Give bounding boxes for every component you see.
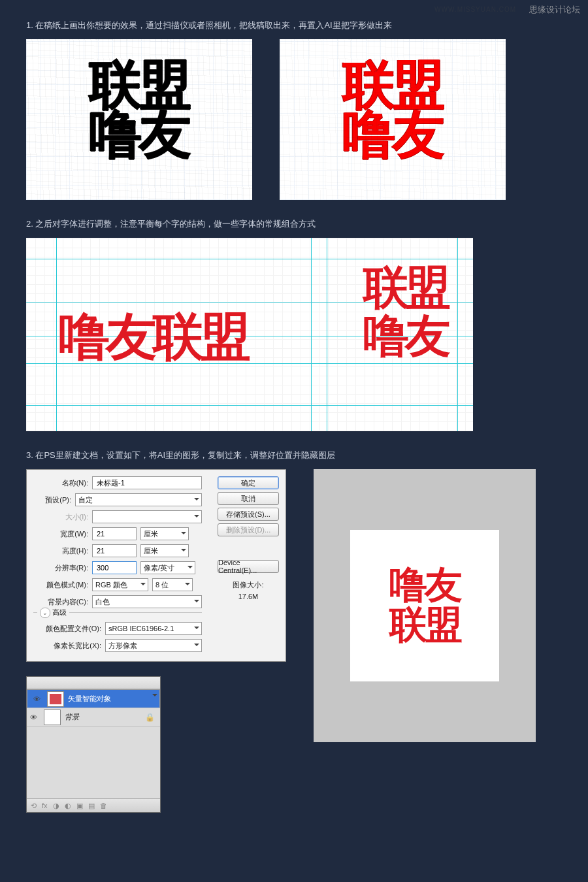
layer-thumb-icon — [44, 710, 61, 725]
layers-panel: 👁 矢量智能对象 👁 背景 🔒 ⟲ fx ◑ ◐ ▣ ▤ 🗑 — [26, 676, 161, 813]
ok-button[interactable]: 确定 — [218, 476, 279, 489]
preset-select[interactable]: 自定 — [75, 493, 202, 506]
sketch-row1: 联盟 — [65, 59, 213, 111]
fx-icon[interactable]: fx — [42, 802, 48, 809]
artboard: 噜友 联盟 — [350, 530, 499, 681]
layer-thumb-icon — [47, 691, 64, 707]
bit-depth-select[interactable]: 8 位 — [152, 578, 193, 591]
layer-smart-object[interactable]: 👁 矢量智能对象 — [27, 689, 160, 708]
final-line1: 噜友 — [389, 566, 460, 606]
image-size-label: 图像大小: — [218, 580, 279, 591]
watermark-url: WWW.MISSYUAN.COM — [434, 6, 516, 13]
sketch-red-row2: 噜友 — [319, 108, 466, 161]
stack-b: 噜友 — [363, 312, 447, 361]
layers-footer[interactable]: ⟲ fx ◑ ◐ ▣ ▤ 🗑 — [27, 798, 160, 812]
link-icon[interactable]: ⟲ — [31, 802, 37, 810]
device-central-button[interactable]: Device Central(E)... — [218, 560, 279, 573]
advanced-toggle-icon[interactable]: ⌄ — [40, 608, 50, 618]
adjustment-icon[interactable]: ◐ — [65, 802, 71, 810]
name-input[interactable] — [92, 476, 202, 489]
sketch-bw-image: 联盟 噜友 — [26, 39, 252, 200]
advanced-label: 高级 — [52, 608, 67, 616]
type-stacked: 联盟 噜友 — [363, 264, 447, 360]
sketch-row2: 噜友 — [65, 108, 213, 161]
group-icon[interactable]: ▣ — [76, 802, 83, 810]
image-size-value: 17.6M — [218, 591, 279, 603]
lock-icon: 🔒 — [145, 713, 155, 722]
profile-select[interactable]: sRGB IEC61966-2.1 — [105, 622, 202, 635]
trash-icon[interactable]: 🗑 — [100, 802, 107, 809]
cancel-button[interactable]: 取消 — [218, 492, 279, 505]
color-mode-select[interactable]: RGB 颜色 — [92, 578, 148, 591]
bg-label: 背景内容(C): — [33, 597, 88, 607]
visibility-icon[interactable]: 👁 — [27, 713, 40, 721]
canvas-preview: 噜友 联盟 — [314, 469, 536, 742]
new-layer-icon[interactable]: ▤ — [88, 802, 95, 810]
size-label: 大小(I): — [33, 512, 88, 522]
bg-select[interactable]: 白色 — [92, 595, 202, 608]
final-line2: 联盟 — [389, 606, 460, 645]
preset-label: 预设(P): — [33, 495, 71, 505]
mask-icon[interactable]: ◑ — [53, 802, 59, 810]
delete-preset-button: 删除预设(D)... — [218, 523, 279, 536]
width-unit-select[interactable]: 厘米 — [140, 527, 189, 540]
aspect-select[interactable]: 方形像素 — [105, 639, 202, 652]
layers-tabs[interactable] — [27, 677, 160, 689]
color-mode-label: 颜色模式(M): — [33, 580, 88, 590]
width-label: 宽度(W): — [33, 529, 88, 539]
name-label: 名称(N): — [33, 478, 88, 488]
layer2-name: 背景 — [65, 712, 79, 722]
aspect-label: 像素长宽比(X): — [33, 641, 101, 651]
step2-text: 2. 之后对字体进行调整，注意平衡每个字的结构，做一些字体的常规组合方式 — [26, 218, 562, 230]
height-label: 高度(H): — [33, 546, 88, 556]
sketch-red-row1: 联盟 — [319, 59, 466, 111]
resolution-unit-select[interactable]: 像素/英寸 — [140, 561, 195, 574]
height-input[interactable] — [92, 544, 137, 557]
profile-label: 颜色配置文件(O): — [33, 624, 101, 634]
ai-artboard: 噜友联盟 联盟 噜友 — [26, 238, 473, 431]
step1-text: 1. 在稿纸上画出你想要的效果，通过扫描仪或者照相机，把线稿取出来，再置入AI里… — [26, 20, 562, 31]
width-input[interactable] — [92, 527, 137, 540]
stack-a: 联盟 — [363, 264, 447, 312]
height-unit-select[interactable]: 厘米 — [140, 544, 189, 557]
save-preset-button[interactable]: 存储预设(S)... — [218, 508, 279, 521]
resolution-input[interactable] — [92, 561, 137, 574]
sketch-red-image: 联盟 噜友 — [280, 39, 506, 200]
watermark-forum: 思缘设计论坛 — [529, 4, 580, 16]
step3-text: 3. 在PS里新建文档，设置如下，将AI里的图形，复制过来，调整好位置并隐藏图层 — [26, 449, 562, 461]
layer1-name: 矢量智能对象 — [68, 694, 111, 704]
new-document-dialog: 确定 取消 存储预设(S)... 删除预设(D)... Device Centr… — [26, 469, 286, 662]
resolution-label: 分辨率(R): — [33, 563, 88, 573]
visibility-icon[interactable]: 👁 — [30, 695, 43, 703]
layer-background[interactable]: 👁 背景 🔒 — [27, 708, 160, 727]
size-select — [92, 510, 202, 523]
type-horizontal: 噜友联盟 — [59, 303, 247, 372]
